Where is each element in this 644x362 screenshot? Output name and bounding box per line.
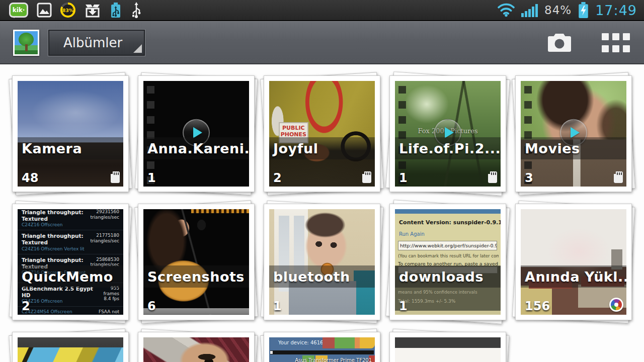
- album-title: QuickMemo: [22, 269, 113, 285]
- album-thumbnail: Kamera 48: [18, 81, 123, 187]
- battery-monitor-icon: 83%: [60, 3, 75, 18]
- album-thumbnail: [143, 337, 249, 362]
- benchmark-slider-bar: [270, 350, 374, 354]
- camera-icon: [546, 32, 573, 53]
- benchmark-your-device-label: Your device: 4616: [278, 340, 323, 345]
- picasa-icon: [609, 298, 623, 312]
- gallery-app-icon[interactable]: [13, 30, 39, 56]
- wifi-icon: [497, 3, 515, 17]
- title-band: Movies: [521, 137, 626, 159]
- title-band: Anında Yükl...: [521, 265, 626, 288]
- benchmark-bar-segments: [323, 337, 375, 348]
- clock: 17:49: [595, 3, 637, 18]
- tree-photo-icon: [15, 31, 38, 54]
- sd-card-icon: [488, 171, 497, 183]
- album-card-partial-4[interactable]: [389, 332, 506, 362]
- album-title: Kamera: [22, 141, 82, 156]
- album-count: 1: [399, 299, 408, 313]
- title-band: downloads: [395, 265, 501, 288]
- album-count: 2: [22, 299, 30, 313]
- download-notification-icon: [84, 2, 101, 18]
- webpage-title: Content Version: sunspider-0.9.1: [399, 219, 501, 226]
- album-count: 1: [147, 171, 156, 185]
- title-band: Life.of.Pi.2...: [395, 137, 501, 159]
- album-card-kamera[interactable]: Kamera 48: [12, 75, 129, 192]
- album-count: 1: [273, 299, 282, 313]
- album-title: Screenshots: [147, 269, 245, 285]
- title-band: Anna.Kareni...: [143, 137, 249, 159]
- webpage-results-line: means and 95% confidence intervals: [398, 290, 499, 295]
- spinner-label: Albümler: [63, 35, 122, 50]
- album-thumbnail: PUBLIC PHONES Joyful 2: [269, 81, 375, 187]
- grid-view-button[interactable]: [602, 33, 630, 52]
- album-thumbnail: Screenshots 6: [143, 209, 249, 315]
- album-count: 6: [147, 299, 156, 313]
- album-card-anna-karenina[interactable]: Anna.Kareni... 1: [138, 75, 255, 192]
- battery-charging-icon: [578, 2, 589, 19]
- sd-card-icon: [111, 171, 120, 183]
- status-bar: kik· 83% 84% 17:49: [0, 0, 644, 21]
- album-card-joyful[interactable]: PUBLIC PHONES Joyful 2: [264, 75, 380, 192]
- webpage-link: Run Again: [399, 231, 425, 237]
- album-count: 3: [525, 171, 533, 185]
- usb-connected-icon: [110, 2, 122, 18]
- album-thumbnail: bluetooth 1: [269, 209, 375, 315]
- album-card-quickmemo[interactable]: C24Z16 Offscreen Triangle throughput: Te…: [12, 204, 129, 320]
- album-title: bluetooth: [273, 269, 350, 285]
- system-status-icons: 84% 17:49: [497, 2, 637, 19]
- signal-strength-icon: [521, 3, 538, 17]
- title-band: Kamera: [18, 137, 123, 159]
- album-title: Joyful: [273, 141, 318, 156]
- title-band: Screenshots: [143, 265, 249, 288]
- album-title: Anında Yükl...: [525, 269, 626, 285]
- kik-label: kik·: [13, 7, 25, 14]
- webpage-note: (You can bookmark this result URL for la…: [398, 253, 499, 258]
- album-card-partial-1[interactable]: [12, 332, 129, 362]
- album-card-downloads[interactable]: Content Version: sunspider-0.9.1 Run Aga…: [389, 204, 506, 320]
- grid-view-icon: [602, 33, 630, 52]
- action-bar: Albümler: [0, 21, 644, 64]
- notification-icons: kik· 83%: [9, 2, 142, 19]
- album-thumbnail: Movies 3: [521, 81, 626, 187]
- album-card-movies[interactable]: Movies 3: [515, 75, 632, 192]
- album-card-instant-upload[interactable]: Anında Yükl... 156: [515, 204, 632, 320]
- album-grid: Kamera 48 Anna.Kareni... 1 PUBLIC PHONES…: [0, 64, 644, 362]
- benchmark-competitor-label: Asus Transformer Prime TF201: [295, 357, 372, 362]
- album-count: 2: [273, 171, 282, 185]
- album-thumbnail: Anna.Kareni... 1: [143, 81, 249, 187]
- title-band: Joyful: [269, 137, 375, 159]
- album-card-screenshots[interactable]: Screenshots 6: [138, 204, 255, 320]
- album-title: downloads: [399, 269, 484, 285]
- albums-spinner[interactable]: Albümler: [48, 30, 145, 56]
- album-title: Movies: [525, 141, 580, 156]
- album-thumbnail: Fox 2000 Pictures Life.of.Pi.2... 1: [395, 81, 501, 187]
- battery-percent-text: 84%: [544, 4, 572, 17]
- album-thumbnail: [18, 337, 123, 362]
- album-thumbnail: Content Version: sunspider-0.9.1 Run Aga…: [395, 209, 501, 315]
- album-thumbnail: Anında Yükl... 156: [521, 209, 626, 315]
- album-count: 156: [525, 299, 550, 313]
- album-title: Life.of.Pi.2...: [399, 141, 501, 156]
- kik-messenger-icon: kik·: [9, 3, 28, 18]
- sd-card-icon: [614, 171, 623, 183]
- album-thumbnail: C24Z16 Offscreen Triangle throughput: Te…: [18, 209, 123, 315]
- sd-card-icon: [362, 171, 371, 183]
- album-card-partial-3[interactable]: Your device: 4616 Asus Transformer Prime…: [264, 332, 380, 362]
- album-card-life-of-pi[interactable]: Fox 2000 Pictures Life.of.Pi.2... 1: [389, 75, 506, 192]
- camera-button[interactable]: [546, 32, 573, 53]
- album-card-partial-2[interactable]: [138, 332, 255, 362]
- album-title: Anna.Kareni...: [147, 141, 249, 156]
- benchmark-list: C24Z16 Offscreen Triangle throughput: Te…: [18, 209, 123, 315]
- gallery-notification-icon: [37, 3, 52, 18]
- album-count: 1: [399, 171, 408, 185]
- title-band: bluetooth: [269, 265, 375, 288]
- album-card-bluetooth[interactable]: bluetooth 1: [264, 204, 380, 320]
- title-band: QuickMemo: [18, 265, 123, 288]
- webpage-url-box: http://www.webkit.org/perf/sunspider-0.9…: [398, 241, 497, 250]
- usb-debugging-icon: [130, 2, 142, 19]
- album-thumbnail: Your device: 4616 Asus Transformer Prime…: [269, 337, 375, 362]
- spinner-corner-triangle: [133, 44, 142, 53]
- album-thumbnail: [395, 337, 501, 362]
- album-count: 48: [22, 171, 38, 185]
